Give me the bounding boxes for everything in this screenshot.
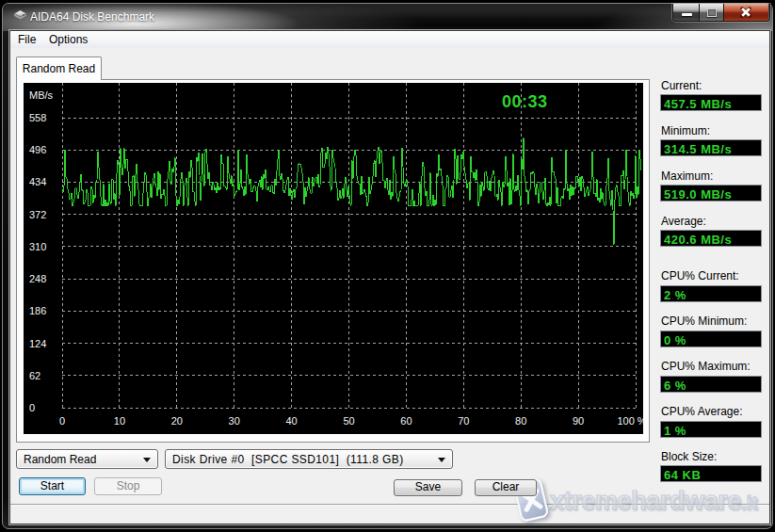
svg-text:50: 50: [343, 415, 354, 427]
svg-text:310: 310: [29, 241, 46, 252]
svg-text:558: 558: [29, 112, 46, 123]
svg-text:186: 186: [29, 305, 46, 316]
svg-text:248: 248: [29, 273, 46, 284]
svg-text:62: 62: [29, 370, 40, 381]
svg-text:0: 0: [59, 415, 65, 427]
svg-text:30: 30: [229, 415, 240, 427]
svg-text:00:33: 00:33: [502, 92, 548, 111]
svg-text:20: 20: [171, 415, 183, 427]
svg-text:60: 60: [400, 415, 412, 427]
svg-text:10: 10: [114, 415, 125, 427]
svg-text:434: 434: [29, 176, 46, 187]
svg-text:40: 40: [285, 415, 297, 427]
svg-text:MB/s: MB/s: [29, 89, 54, 101]
svg-text:100 %: 100 %: [617, 415, 643, 427]
svg-text:496: 496: [29, 144, 46, 155]
svg-text:70: 70: [458, 415, 469, 427]
svg-text:90: 90: [573, 415, 584, 427]
svg-text:80: 80: [515, 415, 526, 427]
svg-text:372: 372: [29, 209, 46, 220]
svg-text:124: 124: [29, 338, 46, 349]
svg-text:0: 0: [29, 402, 35, 413]
